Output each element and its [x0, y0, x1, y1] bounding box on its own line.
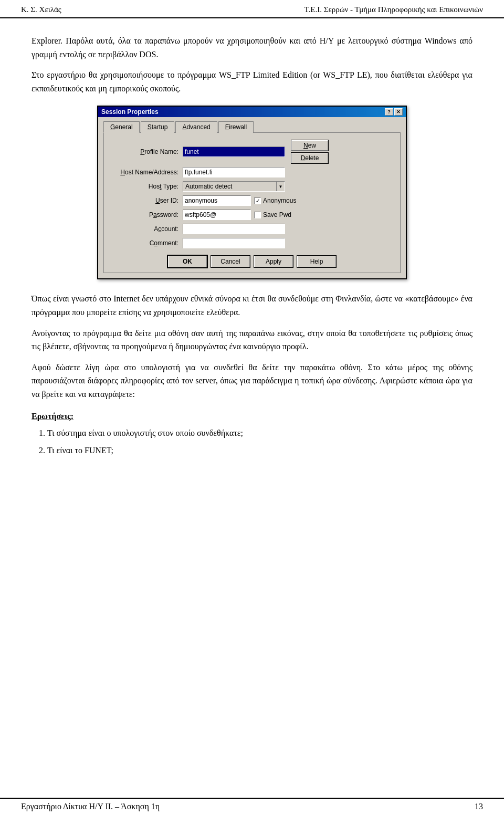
anonymous-checkbox-area: Anonymous	[254, 197, 296, 204]
page-content: Explorer. Παρόλα αυτά, όλα τα παραπάνω μ…	[0, 18, 504, 483]
session-properties-dialog: Session Properties ? ✕ General Startup A…	[97, 106, 407, 279]
paragraph-2: Στο εργαστήριο θα χρησιμοποιήσουμε το πρ…	[32, 68, 472, 95]
help-button[interactable]: Help	[297, 256, 336, 267]
header-right: Τ.Ε.Ι. Σερρών - Τμήμα Πληροφορικής και Ε…	[304, 5, 483, 14]
apply-button[interactable]: Apply	[254, 256, 293, 267]
paragraph-4: Ανοίγοντας το πρόγραμμα θα δείτε μια οθό…	[32, 327, 472, 353]
account-input[interactable]	[183, 224, 285, 234]
question-1: Τι σύστημα είναι ο υπολογιστής στον οποί…	[47, 426, 472, 440]
anonymous-checkbox[interactable]	[254, 197, 261, 204]
host-type-input-area: Automatic detect ▼	[183, 181, 395, 192]
account-label: Account:	[109, 225, 183, 233]
password-input-area: Save Pwd	[183, 210, 395, 220]
host-name-row: Host Name/Address:	[109, 167, 395, 177]
paragraph-3: Όπως είναι γνωστό στο Internet δεν υπάρχ…	[32, 292, 472, 319]
host-name-label: Host Name/Address:	[109, 169, 183, 176]
host-name-input-area	[183, 167, 395, 177]
titlebar-buttons: ? ✕	[385, 108, 403, 116]
save-pwd-checkbox-area: Save Pwd	[254, 211, 291, 218]
account-row: Account:	[109, 224, 395, 234]
host-name-input[interactable]	[183, 167, 285, 177]
questions-label: Ερωτήσεις:	[32, 412, 472, 421]
cancel-button[interactable]: Cancel	[211, 256, 250, 267]
password-label: Password:	[109, 211, 183, 218]
paragraph-5: Αφού δώσετε λίγη ώρα στο υπολογιστή για …	[32, 361, 472, 401]
header-left: Κ. Σ. Χειλάς	[21, 5, 61, 14]
page-footer: Εργαστήριο Δίκτυα Η/Υ ΙΙ. – Άσκηση 1η 13	[0, 798, 504, 814]
tab-startup[interactable]: Startup	[141, 121, 175, 133]
host-type-dropdown-arrow: ▼	[276, 182, 285, 191]
dialog-help-button[interactable]: ?	[385, 108, 393, 116]
dialog-body: General Startup Advanced Firewall Profil…	[98, 117, 406, 278]
tab-general[interactable]: General	[103, 121, 140, 133]
host-type-label: Host Type:	[109, 183, 183, 190]
ok-button[interactable]: OK	[168, 256, 207, 267]
dialog-titlebar: Session Properties ? ✕	[98, 107, 406, 117]
tab-content-general: Profile Name: New Delete	[103, 132, 401, 273]
questions-list: Τι σύστημα είναι ο υπολογιστής στον οποί…	[47, 426, 472, 457]
user-id-input[interactable]	[183, 195, 251, 206]
host-type-row: Host Type: Automatic detect ▼	[109, 181, 395, 192]
page-header: Κ. Σ. Χειλάς Τ.Ε.Ι. Σερρών - Τμήμα Πληρο…	[0, 0, 504, 18]
profile-name-row: Profile Name: New Delete	[109, 140, 395, 163]
profile-name-label: Profile Name:	[109, 148, 183, 155]
anonymous-checkbox-label: Anonymous	[263, 197, 296, 204]
save-pwd-checkbox-label: Save Pwd	[263, 211, 291, 218]
user-id-row: User ID: Anonymous	[109, 195, 395, 206]
delete-button[interactable]: Delete	[291, 153, 328, 163]
paragraph-1: Explorer. Παρόλα αυτά, όλα τα παραπάνω μ…	[32, 34, 472, 61]
new-button[interactable]: New	[291, 140, 328, 151]
user-id-label: User ID:	[109, 197, 183, 204]
dialog-close-button[interactable]: ✕	[394, 108, 403, 116]
save-pwd-checkbox[interactable]	[254, 212, 261, 218]
comment-label: Comment:	[109, 239, 183, 247]
profile-name-input[interactable]	[183, 147, 285, 157]
comment-input[interactable]	[183, 238, 285, 248]
host-type-value: Automatic detect	[183, 183, 276, 190]
profile-name-input-area: New Delete	[183, 140, 395, 163]
questions-section: Ερωτήσεις: Τι σύστημα είναι ο υπολογιστή…	[32, 412, 472, 457]
password-row: Password: Save Pwd	[109, 210, 395, 220]
footer-right: 13	[475, 802, 483, 811]
user-id-input-area: Anonymous	[183, 195, 395, 206]
comment-input-area	[183, 238, 395, 248]
host-type-dropdown[interactable]: Automatic detect ▼	[183, 181, 285, 192]
comment-row: Comment:	[109, 238, 395, 248]
dialog-title: Session Properties	[101, 108, 159, 116]
tab-firewall[interactable]: Firewall	[218, 121, 254, 133]
question-2: Τι είναι το FUNET;	[47, 444, 472, 457]
tabs-row: General Startup Advanced Firewall	[103, 121, 401, 133]
bottom-buttons-row: OK Cancel Apply Help	[109, 256, 395, 267]
password-input[interactable]	[183, 210, 251, 220]
tab-advanced[interactable]: Advanced	[175, 121, 217, 133]
dialog-wrapper: Session Properties ? ✕ General Startup A…	[32, 106, 472, 279]
footer-left: Εργαστήριο Δίκτυα Η/Υ ΙΙ. – Άσκηση 1η	[21, 802, 160, 811]
account-input-area	[183, 224, 395, 234]
profile-side-buttons: New Delete	[291, 140, 328, 163]
